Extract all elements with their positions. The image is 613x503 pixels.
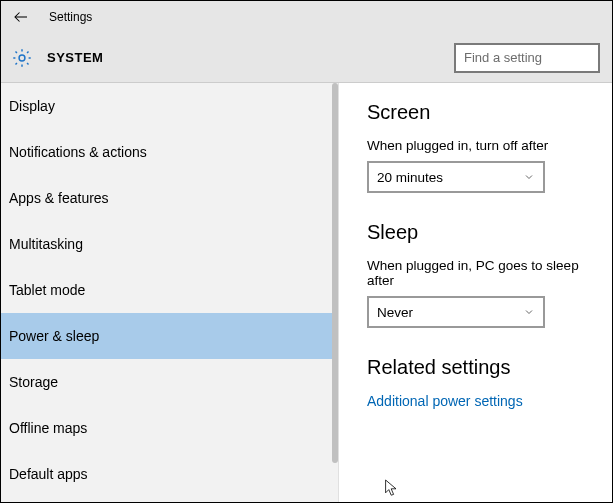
sidebar-item-notifications-actions[interactable]: Notifications & actions [1,129,338,175]
sidebar-item-apps-features[interactable]: Apps & features [1,175,338,221]
section-title: SYSTEM [47,50,454,65]
sidebar: DisplayNotifications & actionsApps & fea… [1,83,339,502]
chevron-down-icon [523,306,535,318]
related-heading: Related settings [367,356,594,379]
sidebar-item-label: Offline maps [9,420,87,436]
main-panel: Screen When plugged in, turn off after 2… [339,83,612,502]
app-title: Settings [49,10,92,24]
sidebar-item-label: Tablet mode [9,282,85,298]
sidebar-item-label: Storage [9,374,58,390]
sidebar-scrollbar[interactable] [332,83,338,463]
screen-heading: Screen [367,101,594,124]
header: SYSTEM [1,33,612,83]
additional-power-settings-link[interactable]: Additional power settings [367,393,594,409]
chevron-down-icon [523,171,535,183]
screen-timeout-dropdown[interactable]: 20 minutes [367,161,545,193]
search-input-container[interactable] [454,43,600,73]
svg-point-1 [19,55,25,61]
sidebar-item-default-apps[interactable]: Default apps [1,451,338,497]
sleep-timeout-label: When plugged in, PC goes to sleep after [367,258,594,288]
sidebar-item-label: Display [9,98,55,114]
sidebar-item-storage[interactable]: Storage [1,359,338,405]
sidebar-item-power-sleep[interactable]: Power & sleep [1,313,338,359]
back-button[interactable] [7,3,35,31]
sidebar-item-multitasking[interactable]: Multitasking [1,221,338,267]
titlebar: Settings [1,1,612,33]
gear-icon [11,47,33,69]
sidebar-item-display[interactable]: Display [1,83,338,129]
content-area: DisplayNotifications & actionsApps & fea… [1,83,612,502]
sidebar-item-tablet-mode[interactable]: Tablet mode [1,267,338,313]
sleep-heading: Sleep [367,221,594,244]
sidebar-item-label: Apps & features [9,190,109,206]
arrow-left-icon [12,8,30,26]
sidebar-item-label: Default apps [9,466,88,482]
search-input[interactable] [464,50,590,65]
screen-timeout-value: 20 minutes [377,170,443,185]
sleep-timeout-dropdown[interactable]: Never [367,296,545,328]
sidebar-item-label: Multitasking [9,236,83,252]
sidebar-item-offline-maps[interactable]: Offline maps [1,405,338,451]
screen-timeout-label: When plugged in, turn off after [367,138,594,153]
sidebar-item-label: Power & sleep [9,328,99,344]
sleep-timeout-value: Never [377,305,413,320]
sidebar-item-label: Notifications & actions [9,144,147,160]
